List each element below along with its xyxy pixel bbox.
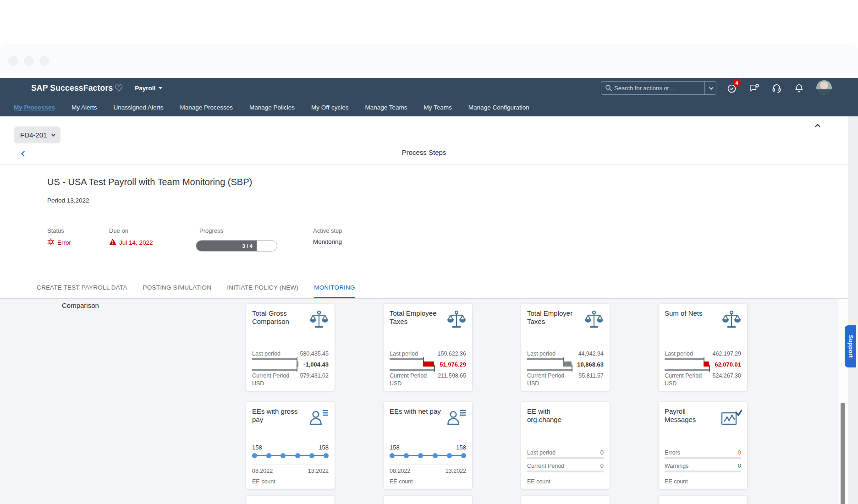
headset-icon[interactable] (771, 82, 782, 93)
nav-item-manage-configuration[interactable]: Manage Configuration (468, 104, 529, 111)
browser-window-top (0, 44, 858, 78)
kpi-card-total-employer-taxes[interactable]: Total Employer Taxes Last period44,942.9… (521, 304, 610, 391)
search-icon (605, 84, 612, 92)
list-micro-chart: Errors0Warnings0EE count (665, 448, 741, 485)
process-tab-posting-simulation[interactable]: POSTING SIMULATION (143, 284, 212, 298)
kpi-card-ee-with-org-change[interactable]: EE with org.changeLast period0Current Pe… (521, 402, 610, 489)
line-micro-chart: 158158 08.202213.2022 EE count (390, 444, 466, 485)
delta-bar (563, 362, 572, 367)
due-label: Due on (109, 227, 153, 234)
card-title: EEs with net pay (390, 407, 441, 428)
currency-unit: USD (252, 380, 329, 387)
nav-item-my-alerts[interactable]: My Alerts (72, 104, 97, 111)
search-input[interactable] (612, 85, 704, 92)
page-gutter (848, 116, 858, 504)
process-period: Period 13.2022 (47, 197, 89, 204)
chart-check-icon (720, 408, 742, 428)
card-title: Total Employer Taxes (527, 309, 578, 331)
collapse-header-button[interactable] (813, 119, 822, 133)
status-label: Status (47, 227, 71, 234)
feedback-chat-icon[interactable] (748, 82, 759, 93)
kpi-card-partial[interactable] (659, 496, 747, 504)
user-avatar[interactable] (816, 80, 832, 96)
delta-micro-chart: Last period462,197.29 62,070.01 Current … (665, 350, 741, 387)
chevron-up-icon (815, 124, 820, 129)
status-value: Error (57, 239, 71, 246)
process-tab-create-test-payroll-data[interactable]: CREATE TEST PAYROLL DATA (37, 284, 127, 298)
section-label: Comparison (62, 301, 99, 309)
fact-status: Status Error (47, 227, 71, 247)
nav-item-manage-teams[interactable]: Manage Teams (365, 104, 407, 111)
card-title: EE with org.change (527, 407, 578, 424)
kpi-card-sum-of-nets[interactable]: Sum of Nets Last period462,197.29 62,070… (659, 304, 747, 391)
kpi-card-partial[interactable] (521, 496, 610, 504)
fact-active-step: Active step Monitoring (313, 227, 342, 245)
scales-icon (446, 310, 467, 331)
active-step-label: Active step (313, 227, 342, 234)
nav-item-manage-policies[interactable]: Manage Policies (249, 104, 295, 111)
person-list-icon (445, 408, 467, 428)
card-footer: EE count (527, 478, 604, 485)
scrollbar-thumb[interactable] (841, 403, 845, 504)
kpi-card-ees-with-net-pay[interactable]: EEs with net pay 158158 08.202213.2022 E… (384, 402, 472, 489)
currency-unit: USD (390, 380, 466, 387)
global-search[interactable] (601, 81, 716, 95)
currency-unit: USD (665, 380, 741, 387)
chevron-down-icon (52, 132, 55, 136)
delta-micro-chart: Last period159,622.36 51,976.29 Current … (390, 350, 466, 387)
window-control-dot (8, 56, 18, 66)
list-micro-chart: Last period0Current Period0EE count (527, 448, 604, 485)
kpi-card-partial[interactable] (246, 496, 335, 504)
chevron-down-icon (159, 87, 162, 89)
card-title: Total Employee Taxes (390, 309, 441, 331)
todo-button[interactable]: 4 (726, 82, 737, 93)
main-content: FD4-201 Process Steps US - USA Test Payr… (0, 116, 848, 504)
fact-due: Due on Jul 14, 2022 (109, 227, 153, 247)
module-switcher[interactable]: Payroll (135, 85, 162, 92)
support-tab[interactable]: Support (845, 325, 856, 367)
nav-item-my-teams[interactable]: My Teams (424, 104, 452, 111)
progress-value: 3 / 4 (242, 243, 253, 249)
module-label: Payroll (135, 85, 155, 92)
delta-micro-chart: Last period580,435.45 -1,004.43 Current … (252, 350, 329, 387)
scales-icon (721, 310, 742, 331)
delta-value: 51,976.29 (440, 361, 466, 368)
card-title: Payroll Messages (665, 407, 716, 428)
process-tab-monitoring[interactable]: MONITORING (314, 284, 355, 298)
card-title: EEs with gross pay (252, 407, 303, 428)
delta-bar (704, 362, 709, 367)
error-status-icon (47, 238, 55, 247)
card-footer: EE count (252, 478, 329, 485)
process-id-chip[interactable]: FD4-201 (14, 126, 60, 143)
monitoring-dashboard: Comparison Total Gross Comparison Last p… (0, 299, 848, 504)
kpi-card-payroll-messages[interactable]: Payroll Messages Errors0Warnings0EE coun… (659, 402, 747, 489)
card-title: Total Gross Comparison (252, 309, 303, 331)
nav-item-manage-processes[interactable]: Manage Processes (180, 104, 233, 111)
kpi-card-ees-with-gross-pay[interactable]: EEs with gross pay 158158 08.202213.2022… (246, 402, 335, 489)
kpi-card-total-employee-taxes[interactable]: Total Employee Taxes Last period159,622.… (384, 304, 472, 391)
delta-micro-chart: Last period44,942.94 10,868.63 Current P… (527, 350, 604, 387)
support-label: Support (847, 335, 854, 358)
process-id-label: FD4-201 (20, 131, 47, 139)
kpi-card-total-gross-comparison[interactable]: Total Gross Comparison Last period580,43… (246, 304, 335, 391)
nav-item-unassigned-alerts[interactable]: Unassigned Alerts (114, 104, 164, 111)
delta-bar (423, 362, 434, 367)
scales-icon (583, 310, 605, 331)
window-control-dot (24, 56, 34, 66)
scales-icon (308, 310, 330, 331)
page-title: Process Steps (0, 148, 848, 156)
active-step-value: Monitoring (313, 238, 342, 245)
process-tab-initiate-policy-new[interactable]: INITIATE POLICY (NEW) (227, 284, 298, 298)
shell-topbar: SAP SuccessFactors ♡ Payroll 4 (0, 78, 858, 98)
currency-unit: USD (527, 380, 604, 387)
nav-item-my-processes[interactable]: My Processes (14, 104, 55, 111)
process-step-tabs: CREATE TEST PAYROLL DATAPOSTING SIMULATI… (37, 284, 355, 298)
search-scope-dropdown[interactable] (705, 87, 716, 90)
process-title: US - USA Test Payroll with Team Monitori… (47, 177, 252, 187)
notifications-bell-icon[interactable] (793, 82, 804, 93)
brand-logo: SAP SuccessFactors ♡ (31, 83, 123, 93)
kpi-card-partial[interactable] (384, 496, 472, 504)
line-micro-chart: 158158 08.202213.2022 EE count (252, 444, 329, 485)
nav-item-my-off-cycles[interactable]: My Off-cycles (311, 104, 349, 111)
fact-progress: Progress 3 / 4 (196, 227, 277, 252)
